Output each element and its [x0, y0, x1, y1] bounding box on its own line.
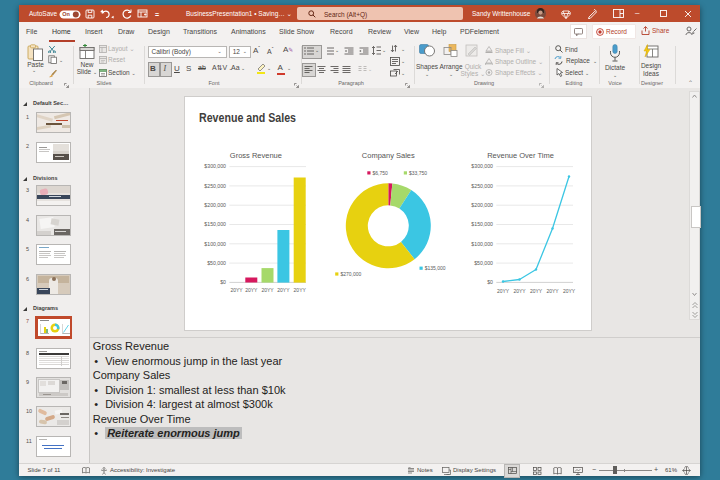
svg-text:On: On — [62, 11, 70, 17]
svg-text:Revenue Over Time: Revenue Over Time — [487, 151, 554, 160]
svg-text:$100,000: $100,000 — [471, 241, 493, 247]
svg-text:Company Sales: Company Sales — [362, 151, 415, 160]
svg-text:20YY: 20YY — [277, 287, 290, 293]
svg-text:$270,000: $270,000 — [340, 271, 361, 277]
svg-text:Gross Revenue: Gross Revenue — [230, 151, 282, 160]
svg-text:$0: $0 — [487, 279, 493, 285]
svg-text:20YY: 20YY — [294, 287, 307, 293]
svg-text:$200,000: $200,000 — [204, 202, 226, 208]
svg-text:20YY: 20YY — [546, 288, 559, 294]
svg-text:$300,000: $300,000 — [204, 163, 226, 169]
svg-text:$150,000: $150,000 — [471, 221, 493, 227]
svg-text:20YY: 20YY — [497, 288, 510, 294]
svg-text:20YY: 20YY — [230, 287, 243, 293]
svg-text:Revenue and Sales: Revenue and Sales — [199, 110, 296, 125]
svg-text:$6,750: $6,750 — [373, 170, 389, 176]
svg-text:$100,000: $100,000 — [204, 241, 226, 247]
svg-text:$250,000: $250,000 — [471, 183, 493, 189]
svg-text:20YY: 20YY — [563, 288, 576, 294]
svg-text:$50,000: $50,000 — [207, 260, 226, 266]
svg-text:20YY: 20YY — [245, 287, 258, 293]
svg-text:$33,750: $33,750 — [409, 170, 427, 176]
svg-text:$300,000: $300,000 — [471, 163, 493, 169]
svg-text:$150,000: $150,000 — [204, 221, 226, 227]
svg-text:$50,000: $50,000 — [474, 260, 493, 266]
svg-text:20YY: 20YY — [261, 287, 274, 293]
svg-text:$135,000: $135,000 — [425, 265, 446, 271]
svg-text:$0: $0 — [220, 279, 226, 285]
svg-text:20YY: 20YY — [530, 288, 543, 294]
svg-text:$250,000: $250,000 — [204, 183, 226, 189]
svg-text:20YY: 20YY — [513, 288, 526, 294]
svg-text:$200,000: $200,000 — [471, 202, 493, 208]
